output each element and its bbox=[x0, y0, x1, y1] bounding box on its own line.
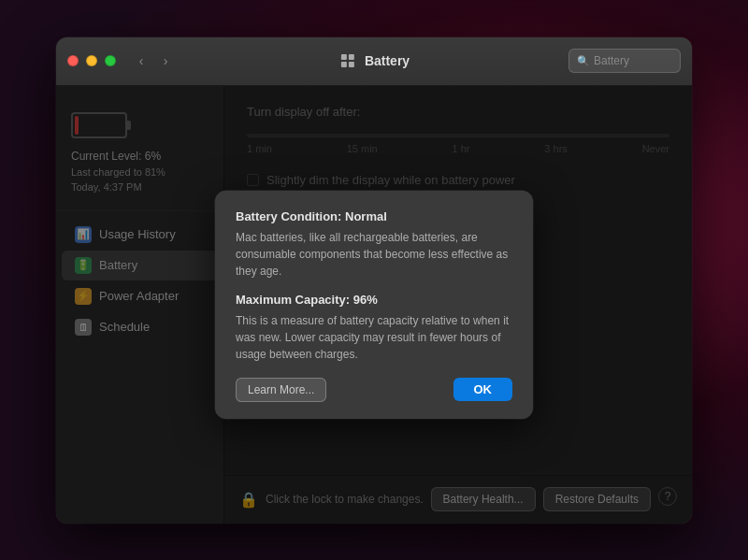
minimize-button[interactable] bbox=[86, 55, 97, 66]
nav-arrows: ‹ › bbox=[131, 50, 176, 71]
search-placeholder: Battery bbox=[594, 54, 629, 67]
search-icon: 🔍 bbox=[577, 55, 590, 67]
ok-button[interactable]: OK bbox=[453, 378, 513, 401]
traffic-lights bbox=[67, 55, 116, 66]
grid-icon bbox=[338, 51, 357, 70]
content-area: Current Level: 6% Last charged to 81% To… bbox=[56, 86, 692, 524]
back-arrow[interactable]: ‹ bbox=[131, 50, 151, 71]
condition-title: Battery Condition: Normal bbox=[236, 209, 512, 223]
title-bar-center: Battery bbox=[338, 51, 410, 70]
capacity-title: Maximum Capacity: 96% bbox=[236, 293, 512, 307]
battery-condition-modal: Battery Condition: Normal Mac batteries,… bbox=[215, 191, 533, 419]
title-bar: ‹ › Battery 🔍 Battery bbox=[56, 37, 692, 86]
search-bar[interactable]: 🔍 Battery bbox=[568, 49, 681, 73]
maximize-button[interactable] bbox=[105, 55, 116, 66]
condition-body: Mac batteries, like all rechargeable bat… bbox=[236, 229, 512, 280]
forward-arrow[interactable]: › bbox=[155, 50, 176, 71]
capacity-body: This is a measure of battery capacity re… bbox=[236, 312, 512, 363]
modal-buttons: Learn More... OK bbox=[236, 378, 512, 402]
close-button[interactable] bbox=[67, 55, 79, 66]
system-preferences-window: ‹ › Battery 🔍 Battery bbox=[56, 37, 692, 524]
learn-more-button[interactable]: Learn More... bbox=[236, 378, 326, 402]
window-title: Battery bbox=[365, 53, 410, 68]
